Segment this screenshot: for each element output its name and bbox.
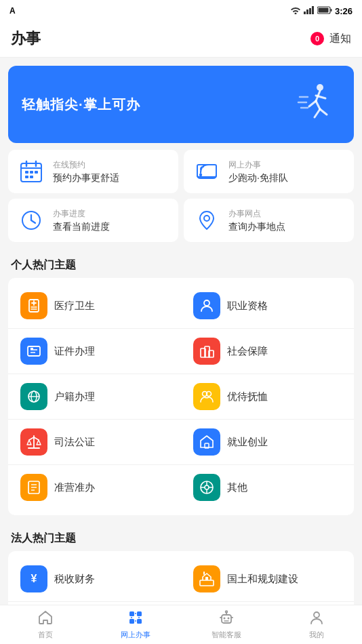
svg-rect-3	[312, 6, 314, 14]
quick-grid: 在线预约 预约办事更舒适 网上办事 少跑动·免排队	[8, 150, 354, 242]
topic-item-employment[interactable]: 就业创业	[181, 420, 354, 464]
quick-info-progress: 办事进度 查看当前进度	[53, 208, 110, 233]
svg-rect-41	[31, 348, 33, 350]
career-icon	[193, 292, 220, 319]
nav-profile[interactable]: 我的	[272, 605, 363, 644]
quick-info-location: 办事网点 查询办事地点	[228, 208, 285, 233]
topic-item-medical[interactable]: 医疗卫生	[8, 283, 181, 328]
calendar-icon	[18, 158, 45, 185]
svg-rect-67	[205, 577, 208, 580]
topic-item-tax[interactable]: ¥ 税收财务	[8, 557, 181, 601]
svg-rect-21	[25, 171, 28, 174]
legal-topic-row-1: ¥ 税收财务 国土和规划建设	[8, 557, 354, 602]
svg-rect-24	[25, 176, 28, 178]
topic-item-household[interactable]: 户籍办理	[8, 374, 181, 419]
svg-text:¥: ¥	[31, 573, 37, 584]
svg-rect-73	[137, 619, 142, 624]
svg-rect-5	[330, 9, 331, 12]
svg-line-12	[320, 109, 327, 115]
topic-name-land: 国土和规划建设	[227, 573, 298, 586]
quick-card-progress[interactable]: 办事进度 查看当前进度	[8, 199, 178, 242]
svg-rect-25	[30, 176, 33, 178]
nav-online-label: 网上办事	[121, 630, 150, 640]
svg-rect-71	[137, 611, 142, 616]
topic-item-land[interactable]: 国土和规划建设	[181, 557, 354, 601]
topic-item-social[interactable]: 社会保障	[181, 329, 354, 374]
topic-row-2: 证件办理 社会保障	[8, 329, 354, 374]
medical-icon	[20, 292, 47, 319]
quick-info-appointment: 在线预约 预约办事更舒适	[53, 159, 119, 184]
topic-item-cert[interactable]: 证件办理	[8, 329, 181, 374]
quick-card-appointment[interactable]: 在线预约 预约办事更舒适	[8, 150, 178, 193]
quick-desc-appointment: 预约办事更舒适	[53, 172, 119, 184]
header-actions: 0 通知	[310, 32, 351, 46]
nav-ai-label: 智能客服	[212, 630, 241, 640]
nav-ai-service[interactable]: 智能客服	[181, 605, 272, 644]
main-scroll: 轻触指尖·掌上可办	[0, 66, 362, 644]
svg-rect-66	[200, 580, 214, 586]
quick-card-online[interactable]: 网上办事 少跑动·免排队	[184, 150, 354, 193]
carrier-label: A	[9, 6, 16, 16]
robot-icon	[218, 609, 235, 628]
topic-row-4: 司法公证 就业创业	[8, 420, 354, 465]
svg-rect-1	[306, 9, 308, 14]
svg-rect-2	[309, 8, 311, 14]
svg-rect-6	[318, 7, 328, 12]
location-icon	[193, 207, 220, 234]
topic-item-legal[interactable]: 司法公证	[8, 420, 181, 464]
notification-label[interactable]: 通知	[329, 32, 351, 46]
battery-icon	[317, 6, 332, 16]
person-icon	[308, 609, 325, 628]
topic-item-veteran[interactable]: 优待抚恤	[181, 374, 354, 419]
svg-rect-38	[28, 346, 40, 356]
topic-row-1: 医疗卫生 职业资格	[8, 283, 354, 329]
clock-icon	[18, 207, 45, 234]
cert-icon	[20, 338, 47, 365]
nav-online-affairs[interactable]: 网上办事	[91, 605, 182, 644]
topic-name-medical: 医疗卫生	[54, 300, 95, 313]
status-bar: A 3:26	[0, 0, 362, 22]
nav-profile-label: 我的	[309, 630, 324, 640]
svg-rect-22	[30, 171, 33, 174]
topic-item-permit[interactable]: 准营准办	[8, 465, 181, 510]
topic-item-career[interactable]: 职业资格	[181, 283, 354, 328]
employment-icon	[193, 428, 220, 456]
topic-name-permit: 准营准办	[54, 481, 95, 494]
svg-line-52	[34, 437, 39, 440]
nav-home[interactable]: 首页	[0, 605, 91, 644]
quick-label-progress: 办事进度	[53, 208, 110, 220]
svg-rect-0	[304, 12, 306, 14]
nav-home-label: 首页	[38, 630, 53, 640]
home-icon	[37, 609, 54, 628]
topic-item-other[interactable]: 其他	[181, 465, 354, 510]
banner-run-icon	[297, 82, 340, 127]
veteran-icon	[193, 383, 220, 410]
banner[interactable]: 轻触指尖·掌上可办	[8, 66, 354, 143]
svg-rect-72	[129, 619, 134, 624]
quick-card-location[interactable]: 办事网点 查询办事地点	[184, 199, 354, 242]
quick-info-online: 网上办事 少跑动·免排队	[228, 159, 288, 184]
cast-icon	[193, 158, 220, 185]
topic-name-career: 职业资格	[227, 300, 268, 313]
notification-badge[interactable]: 0	[310, 32, 324, 45]
svg-rect-70	[129, 611, 134, 616]
svg-point-27	[199, 174, 202, 176]
wifi-icon	[290, 6, 301, 16]
svg-point-31	[204, 216, 209, 221]
quick-desc-online: 少跑动·免排队	[228, 172, 288, 184]
svg-rect-23	[35, 171, 38, 174]
topic-name-other: 其他	[227, 481, 247, 494]
svg-point-37	[204, 300, 209, 306]
topic-name-legal: 司法公证	[54, 436, 95, 449]
household-icon	[20, 383, 47, 410]
status-right: 3:26	[290, 6, 353, 16]
quick-label-appointment: 在线预约	[53, 159, 119, 171]
svg-line-10	[316, 101, 320, 109]
quick-label-location: 办事网点	[228, 208, 285, 220]
svg-point-60	[205, 485, 209, 489]
topic-name-employment: 就业创业	[227, 436, 268, 449]
banner-text: 轻触指尖·掌上可办	[22, 96, 140, 114]
tax-icon: ¥	[20, 565, 47, 592]
topic-row-5: 准营准办 其他	[8, 465, 354, 510]
svg-line-51	[29, 437, 34, 440]
